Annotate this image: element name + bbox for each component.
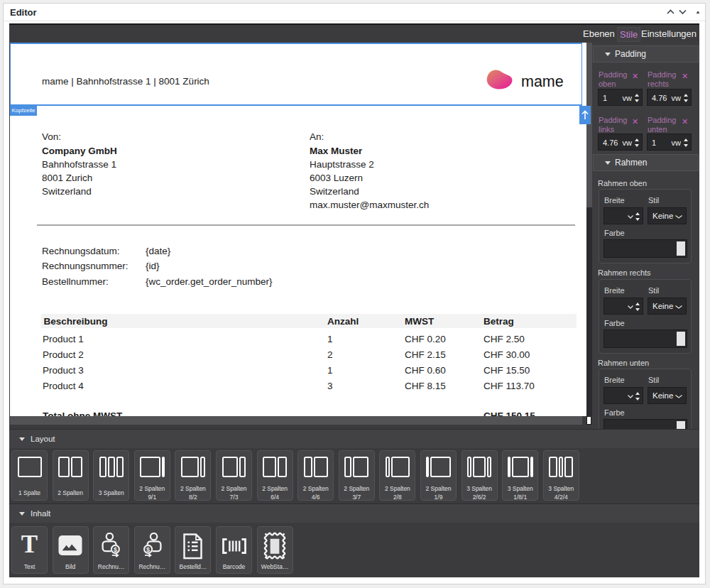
svg-text:$: $ <box>114 546 117 553</box>
svg-text:$: $ <box>146 546 150 553</box>
